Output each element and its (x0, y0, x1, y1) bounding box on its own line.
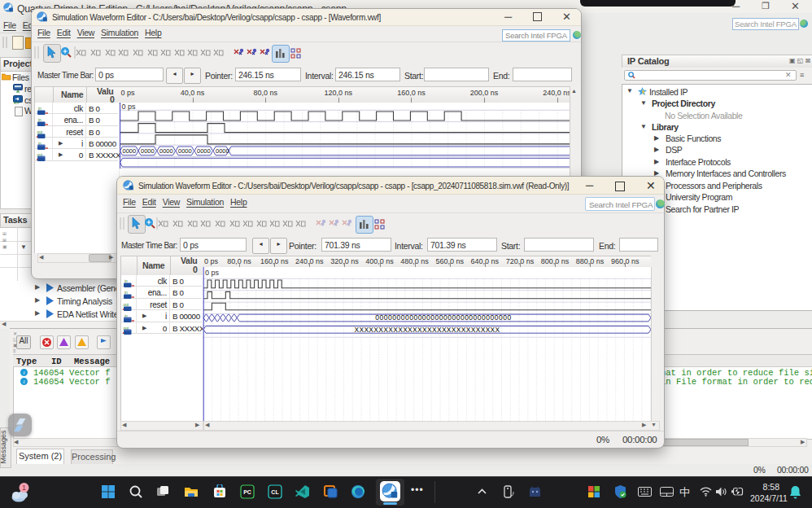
svg-text:0 ps: 0 ps (122, 103, 137, 111)
svg-text:0000: 0000 (159, 147, 173, 155)
svg-text:0 ps: 0 ps (205, 269, 220, 277)
svg-text:0000: 0000 (178, 147, 192, 155)
svg-text:0000: 0000 (123, 147, 137, 155)
svg-text:in: in (38, 118, 41, 122)
svg-text:i: i (24, 379, 25, 385)
svg-text:out: out (124, 303, 129, 307)
svg-text:0000: 0000 (216, 147, 229, 155)
svg-text:0000: 0000 (197, 147, 211, 155)
svg-text:PC: PC (243, 489, 251, 495)
svg-text:XXXXXXXXXXXXXXXXXXXXXXXXXXXXXX: XXXXXXXXXXXXXXXXXXXXXXXXXXXXXX (354, 326, 500, 334)
svg-text:in: in (124, 291, 128, 295)
svg-text:in: in (124, 279, 128, 283)
svg-text:BDF: BDF (14, 102, 20, 105)
svg-text:in: in (38, 107, 41, 111)
svg-text:000000000000000000000000000000: 00000000000000000000000000000000 (375, 313, 511, 322)
svg-text:1: 1 (22, 484, 26, 492)
svg-text:CL: CL (271, 489, 279, 495)
svg-text:out: out (37, 130, 43, 134)
svg-text:i: i (24, 370, 25, 376)
svg-text:0000: 0000 (141, 147, 155, 155)
